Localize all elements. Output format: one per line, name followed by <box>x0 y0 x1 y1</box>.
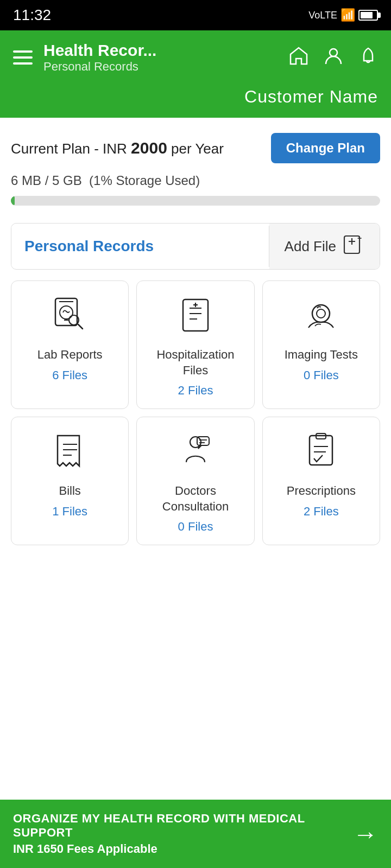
storage-used: 6 MB <box>11 173 41 188</box>
change-plan-button[interactable]: Change Plan <box>271 133 380 163</box>
prescriptions-count: 2 Files <box>304 505 339 519</box>
svg-point-16 <box>312 305 330 322</box>
bell-icon[interactable] <box>358 46 378 69</box>
page-subtitle: Personal Records <box>43 60 156 74</box>
svg-point-0 <box>330 49 337 56</box>
banner-text-block: ORGANIZE MY HEALTH RECORD WITH MEDICAL S… <box>13 812 353 856</box>
add-file-button[interactable]: Add File + <box>269 224 380 269</box>
banner-sub-text: INR 1650 Fees Applicable <box>13 842 353 856</box>
banner-arrow-icon[interactable]: → <box>353 819 378 848</box>
lab-reports-label: Lab Reports <box>37 347 103 363</box>
lab-reports-card[interactable]: Lab Reports 6 Files <box>11 280 129 409</box>
plan-period: per Year <box>167 141 224 157</box>
lab-reports-count: 6 Files <box>52 368 87 382</box>
svg-point-17 <box>317 309 325 318</box>
prescriptions-label: Prescriptions <box>287 483 356 499</box>
add-file-icon: + <box>343 233 364 259</box>
user-icon[interactable] <box>324 46 343 69</box>
time: 11:32 <box>13 7 51 24</box>
bills-label: Bills <box>59 483 80 499</box>
customer-bar: Customer Name <box>0 82 391 118</box>
svg-rect-25 <box>310 436 332 465</box>
personal-records-tab[interactable]: Personal Records <box>11 226 269 267</box>
storage-percent: ( <box>85 173 93 188</box>
doctors-consultation-label: Doctors Consultation <box>142 483 248 514</box>
bills-card[interactable]: Bills 1 Files <box>11 417 129 545</box>
imaging-tests-icon <box>302 296 340 340</box>
storage-text: 6 MB / 5 GB (1% Storage Used) <box>11 173 380 188</box>
svg-text:+: + <box>357 234 362 242</box>
plan-text: Current Plan - INR 2000 per Year <box>11 139 224 157</box>
hamburger-menu[interactable] <box>13 50 33 65</box>
records-tab-row: Personal Records Add File + <box>11 223 380 270</box>
doctors-consultation-card[interactable]: Doctors Consultation 0 Files <box>136 417 254 545</box>
storage-bar-fill <box>11 196 15 206</box>
app-title: Health Recor... <box>43 41 156 60</box>
storage-bar <box>11 196 380 206</box>
main-content: Current Plan - INR 2000 per Year Change … <box>0 118 391 545</box>
add-file-label: Add File <box>285 238 336 255</box>
banner-main-text: ORGANIZE MY HEALTH RECORD WITH MEDICAL S… <box>13 812 353 840</box>
customer-name: Customer Name <box>244 87 378 106</box>
prescriptions-card[interactable]: Prescriptions 2 Files <box>262 417 380 545</box>
home-icon[interactable] <box>289 46 308 69</box>
header-title-block: Health Recor... Personal Records <box>43 41 156 74</box>
plan-label: Current Plan - INR <box>11 141 131 157</box>
header: Health Recor... Personal Records <box>0 30 391 82</box>
plan-row: Current Plan - INR 2000 per Year Change … <box>11 133 380 163</box>
plan-amount: 2000 <box>131 139 167 157</box>
status-bar: 11:32 VoLTE 📶 <box>0 0 391 30</box>
status-icons: VoLTE 📶 <box>308 8 378 22</box>
header-left: Health Recor... Personal Records <box>13 41 156 74</box>
battery-icon <box>358 10 378 21</box>
bills-count: 1 Files <box>52 505 87 519</box>
network-text: VoLTE <box>308 10 337 21</box>
hospitalization-files-count: 2 Files <box>178 384 213 398</box>
imaging-tests-count: 0 Files <box>304 368 339 382</box>
signal-icon: 📶 <box>340 8 355 22</box>
storage-separator: / <box>45 173 49 188</box>
imaging-tests-card[interactable]: Imaging Tests 0 Files <box>262 280 380 409</box>
lab-reports-icon <box>51 296 89 340</box>
storage-total: 5 GB <box>52 173 82 188</box>
doctors-consultation-count: 0 Files <box>178 520 213 534</box>
records-grid: Lab Reports 6 Files Hospitalization File… <box>11 280 380 545</box>
header-icons <box>289 46 378 69</box>
bills-icon <box>51 432 89 476</box>
prescriptions-icon <box>302 432 340 476</box>
doctors-consultation-icon <box>176 432 215 476</box>
imaging-tests-label: Imaging Tests <box>285 347 358 363</box>
hospitalization-files-card[interactable]: Hospitalization Files 2 Files <box>136 280 254 409</box>
hospitalization-files-icon <box>176 296 215 340</box>
bottom-banner[interactable]: ORGANIZE MY HEALTH RECORD WITH MEDICAL S… <box>0 800 391 868</box>
hospitalization-files-label: Hospitalization Files <box>142 347 248 378</box>
